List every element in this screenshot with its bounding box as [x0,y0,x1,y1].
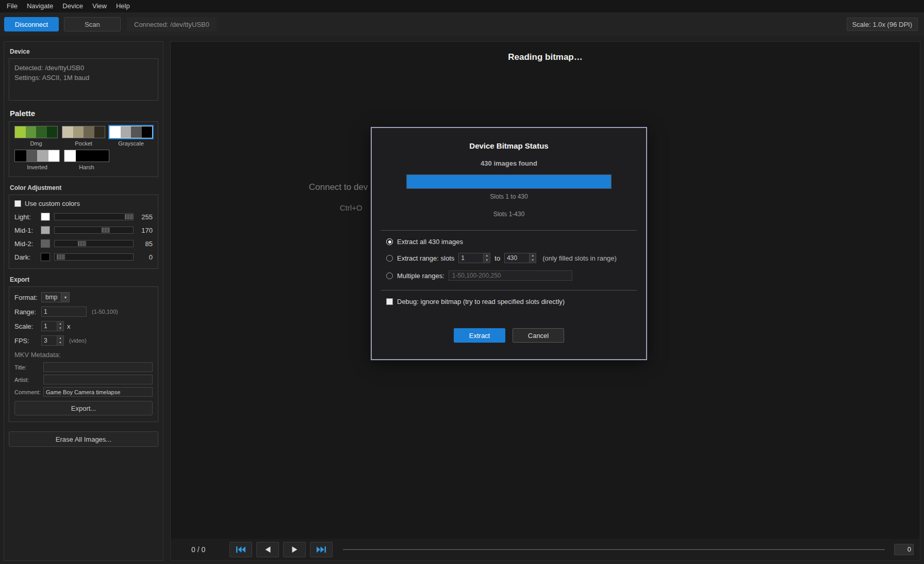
timeline-slider[interactable] [343,549,885,550]
scale-suffix: x [67,323,71,330]
disconnect-button[interactable]: Disconnect [4,17,59,31]
light-slider[interactable] [54,213,134,220]
multiple-ranges-radio[interactable] [386,272,393,279]
scan-button[interactable]: Scan [64,17,121,31]
multiple-ranges-input[interactable] [449,270,572,281]
title-label: Title: [14,364,43,370]
fps-spinner[interactable]: ▲ ▼ [41,335,64,346]
slider-label: Dark: [14,253,37,261]
range-input[interactable] [41,307,87,317]
menu-item-file[interactable]: File [2,0,22,12]
spin-down-icon[interactable]: ▼ [530,258,536,263]
divider [381,230,637,231]
spin-down-icon[interactable]: ▼ [57,326,63,331]
device-section-title: Device [10,48,158,55]
range-from-input[interactable] [458,253,483,263]
palette-item-grayscale[interactable]: Grayscale [109,126,153,147]
multiple-ranges-label: Multiple ranges: [397,272,444,280]
export-button[interactable]: Export... [14,401,153,415]
spin-up-icon[interactable]: ▲ [484,253,490,258]
slider-label: Mid-1: [14,227,37,234]
comment-input[interactable] [43,387,153,397]
range-to-spinner[interactable]: ▲ ▼ [504,253,536,263]
slider-handle[interactable] [102,228,110,233]
fps-input[interactable] [41,335,57,346]
title-input[interactable] [43,362,153,372]
slider-color-swatch[interactable] [41,253,50,261]
range-to-word: to [494,254,500,262]
play-button[interactable] [283,542,306,557]
palette-label: Dmg [14,140,58,147]
palette-box: Dmg Pocket Grayscale Inverted [9,121,158,177]
canvas-hint-text: Connect to dev [309,182,368,192]
spin-down-icon[interactable]: ▼ [484,258,490,263]
canvas-shortcut-hint: Ctrl+O [340,203,362,212]
playback-bar: 0 / 0 [171,539,920,560]
slider-color-swatch[interactable] [41,239,50,248]
palette-item-pocket[interactable]: Pocket [62,126,105,147]
spin-up-icon[interactable]: ▲ [57,336,63,341]
mid1-slider[interactable] [54,227,134,234]
palette-item-dmg[interactable]: Dmg [14,126,58,147]
mid1-slider-row: Mid-1: 170 [14,226,153,234]
spin-up-icon[interactable]: ▲ [530,253,536,258]
cancel-button[interactable]: Cancel [513,328,564,343]
mid2-slider[interactable] [54,240,134,247]
format-value: bmp [42,294,61,301]
palette-section-title: Palette [10,109,158,118]
palette-label: Harsh [64,164,109,170]
spin-buttons[interactable]: ▲ ▼ [57,321,64,331]
device-info-box: Detected: /dev/ttyUSB0 Settings: ASCII, … [9,58,158,101]
export-section-title: Export [10,276,158,283]
range-to-input[interactable] [504,253,529,263]
menu-item-view[interactable]: View [88,0,111,12]
chevron-down-icon[interactable]: ▼ [61,293,69,302]
range-from-spinner[interactable]: ▲ ▼ [458,253,490,263]
palette-item-harsh[interactable]: Harsh [64,150,109,170]
scale-input[interactable] [41,321,57,331]
slider-color-swatch[interactable] [41,213,50,221]
device-detected-text: Detected: /dev/ttyUSB0 [14,63,153,73]
mid2-slider-row: Mid-2: 85 [14,239,153,248]
spin-down-icon[interactable]: ▼ [57,341,63,345]
last-frame-button[interactable] [310,542,333,557]
spin-buttons[interactable]: ▲ ▼ [483,253,490,263]
range-filled-hint: (only filled slots in range) [542,254,617,262]
spin-up-icon[interactable]: ▲ [57,321,63,326]
artist-input[interactable] [43,375,153,384]
slider-handle[interactable] [78,241,86,246]
first-frame-button[interactable] [229,542,252,557]
export-box: Format: bmp ▼ Range: (1-50,100) Scale: ▲… [9,286,158,422]
palette-swatch [109,126,153,138]
previous-frame-button[interactable] [256,542,279,557]
extract-all-radio[interactable] [386,238,393,245]
spin-buttons[interactable]: ▲ ▼ [529,253,536,263]
palette-swatch [62,126,105,138]
slider-handle[interactable] [125,214,133,219]
extract-button[interactable]: Extract [454,328,505,343]
extract-range-radio[interactable] [386,255,393,262]
menu-item-help[interactable]: Help [111,0,135,12]
format-label: Format: [14,294,41,301]
menu-item-device[interactable]: Device [58,0,88,12]
extract-range-label: Extract range: slots [397,254,454,262]
connection-status: Connected: /dev/ttyUSB0 [127,17,217,31]
light-slider-row: Light: 255 [14,213,153,221]
palette-item-inverted[interactable]: Inverted [14,150,60,170]
scale-indicator: Scale: 1.0x (96 DPI) [847,18,918,31]
scale-label: Scale: [14,323,41,330]
previous-icon [265,546,271,553]
scale-spinner[interactable]: ▲ ▼ [41,321,64,331]
slider-handle[interactable] [57,254,65,260]
spin-buttons[interactable]: ▲ ▼ [57,335,64,346]
slider-color-swatch[interactable] [41,226,50,234]
menu-item-navigate[interactable]: Navigate [22,0,58,12]
slider-value: 170 [137,227,153,234]
erase-all-images-button[interactable]: Erase All Images... [9,431,158,447]
frame-number-input[interactable]: 0 [894,544,914,555]
use-custom-colors-checkbox[interactable] [14,200,21,207]
debug-checkbox[interactable] [386,298,393,305]
dark-slider[interactable] [54,253,134,261]
palette-label: Inverted [14,164,60,170]
format-select[interactable]: bmp ▼ [41,292,70,302]
